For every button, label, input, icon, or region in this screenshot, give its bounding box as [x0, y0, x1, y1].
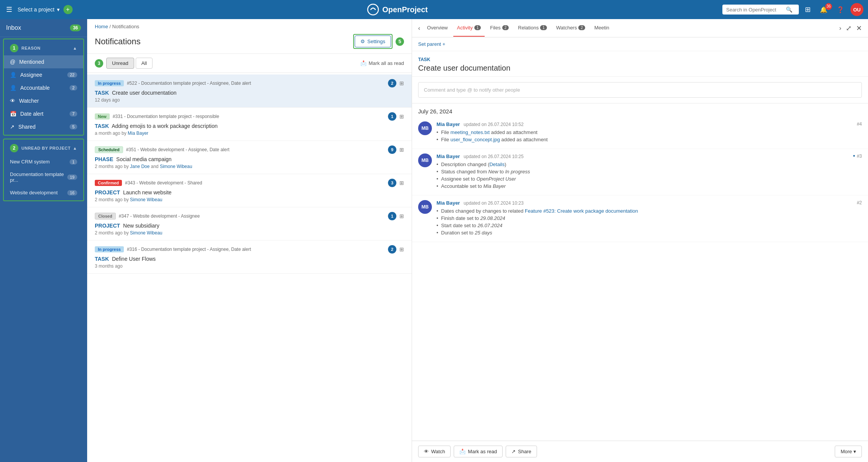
- top-nav-actions: 🔍 ⊞ 🔔 36 ❓ OU: [722, 3, 863, 16]
- unread-by-project-header[interactable]: 2 UNREAD BY PROJECT ▲: [4, 141, 83, 155]
- activity-change-2-2: Finish date set to 29.08.2024: [436, 215, 852, 221]
- settings-button[interactable]: ⚙ Settings: [355, 36, 391, 47]
- tab-overview[interactable]: Overview: [423, 19, 451, 37]
- author-link-simone-wibeau-343[interactable]: Simone Wibeau: [130, 197, 162, 202]
- notif-link-icon-331[interactable]: ⊞: [399, 113, 404, 120]
- status-badge-closed: Closed: [95, 213, 116, 220]
- notifications-bell-button[interactable]: 🔔 36: [817, 5, 831, 15]
- activity-user-4: Mia Bayer: [436, 121, 460, 127]
- notif-link-icon-522[interactable]: ⊞: [399, 80, 404, 86]
- more-button[interactable]: More ▾: [835, 446, 862, 457]
- expand-icon[interactable]: ⤢: [844, 23, 853, 34]
- tab-files[interactable]: Files 2: [486, 19, 513, 37]
- relations-tab-label: Relations: [518, 25, 539, 31]
- feature-link[interactable]: Feature #523: Create work package docume…: [525, 208, 638, 214]
- date-alert-badge: 7: [70, 111, 77, 116]
- chevron-down-icon: ▾: [57, 6, 60, 13]
- author-link-simone-wibeau-351[interactable]: Simone Wibeau: [160, 164, 192, 169]
- inbox-badge: 36: [70, 24, 81, 31]
- activity-avatar-mb-4: MB: [418, 121, 432, 135]
- watch-button[interactable]: 👁 Watch: [418, 446, 451, 457]
- author-link-mia-bayer[interactable]: Mia Bayer: [128, 131, 148, 136]
- mark-all-read-button[interactable]: 📩 Mark all as read: [360, 60, 404, 66]
- reason-section: 1 REASON ▲ @ Mentioned 👤 Assignee 22: [3, 39, 84, 136]
- project-selector[interactable]: Select a project ▾: [18, 6, 60, 13]
- sidebar-item-mentioned[interactable]: @ Mentioned: [4, 55, 83, 68]
- watch-icon: 👁: [424, 449, 429, 454]
- search-icon: 🔍: [786, 6, 792, 13]
- annotation5-circle: 5: [396, 37, 404, 46]
- share-button[interactable]: ↗ Share: [506, 446, 537, 457]
- notif-meta-316: #316 - Documentation template project - …: [127, 247, 385, 252]
- tab-watchers[interactable]: Watchers 2: [552, 19, 589, 37]
- breadcrumb-current: Notifications: [112, 24, 140, 29]
- set-parent-link[interactable]: Set parent +: [412, 37, 868, 51]
- shared-badge: 5: [70, 124, 77, 129]
- notif-title-331: TASK Adding emojis to a work package des…: [95, 123, 404, 129]
- sidebar-item-date-alert[interactable]: 📅 Date alert 7: [4, 107, 83, 120]
- comment-input[interactable]: Comment and type @ to notify other peopl…: [418, 82, 862, 98]
- search-box[interactable]: 🔍: [722, 5, 799, 15]
- sidebar-item-watcher[interactable]: 👁 Watcher: [4, 94, 83, 107]
- notif-meta-343: #343 - Website development - Shared: [125, 180, 385, 186]
- filter-unread-button[interactable]: Unread: [106, 58, 134, 69]
- sidebar-inbox[interactable]: Inbox 36: [0, 19, 87, 37]
- notif-link-icon-343[interactable]: ⊞: [399, 180, 404, 186]
- file-meeting-notes-link[interactable]: meeting_notes.txt: [451, 129, 490, 135]
- breadcrumb-home[interactable]: Home: [95, 24, 108, 29]
- tab-activity[interactable]: Activity 1: [453, 19, 485, 37]
- notification-item-331[interactable]: New #331 - Documentation template projec…: [87, 108, 412, 141]
- task-header: TASK Create user documentation: [412, 51, 868, 77]
- status-badge-new: New: [95, 113, 110, 120]
- user-avatar[interactable]: OU: [850, 3, 863, 16]
- author-link-jane-doe[interactable]: Jane Doe: [130, 164, 149, 169]
- breadcrumb-separator: /: [109, 24, 112, 29]
- activity-time-4: updated on 26.07.2024 10:52: [464, 122, 524, 127]
- project-item-new-crm[interactable]: New CRM system 1: [4, 155, 83, 168]
- activity-change-3-2: Status changed from New to In progress: [436, 169, 849, 174]
- breadcrumb: Home / Notifications: [87, 19, 412, 31]
- doc-template-badge: 19: [67, 174, 77, 180]
- notif-title-343: PROJECT Launch new website: [95, 189, 404, 195]
- sidebar-item-shared[interactable]: ↗ Shared 5: [4, 120, 83, 133]
- notifications-panel: Home / Notifications Notifications ⚙ Set…: [87, 19, 412, 462]
- filter-all-button[interactable]: All: [136, 58, 153, 69]
- project-item-website[interactable]: Website development 16: [4, 186, 83, 199]
- share-icon: ↗: [511, 449, 516, 454]
- detail-tab-nav-next[interactable]: ›: [838, 23, 843, 33]
- notification-item-351[interactable]: Scheduled #351 - Website development - A…: [87, 141, 412, 174]
- mark-as-read-button[interactable]: 📩 Mark as read: [454, 446, 503, 457]
- notif-count-347: 1: [388, 212, 396, 220]
- sidebar-item-accountable[interactable]: 👤 Accountable 2: [4, 81, 83, 94]
- notif-link-icon-351[interactable]: ⊞: [399, 147, 404, 153]
- project-item-doc-template[interactable]: Documentation template pr... 19: [4, 168, 83, 186]
- help-button[interactable]: ❓: [834, 5, 847, 15]
- add-project-button[interactable]: +: [63, 5, 73, 14]
- reason-section-header[interactable]: 1 REASON ▲: [4, 41, 83, 55]
- notification-item-343[interactable]: Confirmed #343 - Website development - S…: [87, 174, 412, 207]
- tab-meeting[interactable]: Meetin: [591, 19, 613, 37]
- notification-item-522[interactable]: In progress #522 - Documentation templat…: [87, 74, 412, 108]
- menu-icon[interactable]: ☰: [5, 4, 14, 15]
- close-detail-button[interactable]: ✕: [855, 23, 863, 34]
- details-link[interactable]: Details: [489, 162, 505, 167]
- tab-relations[interactable]: Relations 1: [514, 19, 551, 37]
- notif-link-icon-347[interactable]: ⊞: [399, 213, 404, 219]
- activity-changes-2: Dates changed by changes to related Feat…: [436, 208, 852, 236]
- activity-number-4: #4: [857, 121, 862, 144]
- grid-icon-button[interactable]: ⊞: [802, 4, 814, 15]
- notification-item-316[interactable]: In progress #316 - Documentation templat…: [87, 241, 412, 274]
- search-input[interactable]: [726, 7, 784, 13]
- notif-meta-347: #347 - Website development - Assignee: [119, 213, 385, 219]
- notif-link-icon-316[interactable]: ⊞: [399, 246, 404, 252]
- new-crm-label: New CRM system: [10, 159, 50, 165]
- overview-tab-label: Overview: [427, 25, 448, 31]
- notif-title-351: PHASE Social media campaign: [95, 156, 404, 162]
- sidebar-item-assignee[interactable]: 👤 Assignee 22: [4, 68, 83, 81]
- author-link-simone-wibeau-347[interactable]: Simone Wibeau: [130, 230, 162, 236]
- notification-item-347[interactable]: Closed #347 - Website development - Assi…: [87, 207, 412, 241]
- mentioned-label: Mentioned: [19, 59, 44, 65]
- mention-icon: @: [10, 59, 15, 65]
- detail-tab-nav-prev[interactable]: ‹: [417, 23, 422, 33]
- file-user-flow-link[interactable]: user_flow_concept.jpg: [451, 137, 500, 142]
